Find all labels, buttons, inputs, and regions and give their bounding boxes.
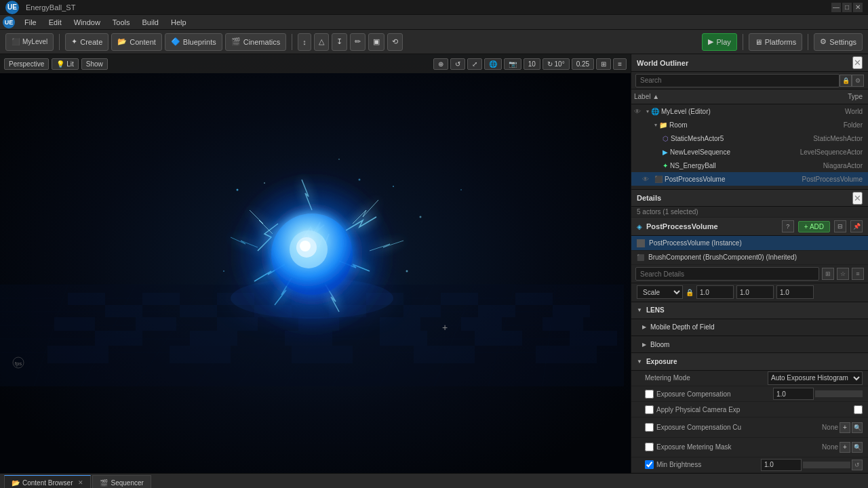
component-ppv-instance[interactable]: PostProcessVolume (Instance) bbox=[631, 236, 868, 250]
outliner-list[interactable]: 👁 ▾ 🌐 MyLevel (Editor) World 👁 ▾ 📁 Room … bbox=[631, 104, 868, 189]
scale-tool[interactable]: ↧ bbox=[332, 33, 347, 51]
content-browser-tab[interactable]: 📂 Content Browser ✕ bbox=[4, 475, 91, 489]
brush-tool[interactable]: ✏ bbox=[350, 33, 366, 51]
outliner-item-mylevel[interactable]: 👁 ▾ 🌐 MyLevel (Editor) World bbox=[631, 104, 868, 118]
menu-help[interactable]: Help bbox=[165, 17, 192, 28]
min-brightness-checkbox[interactable] bbox=[645, 460, 654, 469]
outliner-item-ppv[interactable]: 👁 ⬛ PostProcessVolume PostProcessVolume bbox=[631, 172, 868, 186]
exposure-comp-input[interactable] bbox=[773, 388, 814, 400]
eye-icon-6[interactable]: 👁 bbox=[642, 176, 653, 183]
vp-options[interactable]: ≡ bbox=[613, 58, 627, 70]
content-browser-tab-close[interactable]: ✕ bbox=[78, 479, 83, 486]
outliner-item-niagara[interactable]: 👁 ✦ NS_EnergyBall NiagaraActor bbox=[631, 159, 868, 172]
exp-curve-search[interactable]: 🔍 bbox=[852, 422, 863, 433]
play-button[interactable]: ▶ Play bbox=[702, 33, 736, 51]
exposure-section[interactable]: Exposure bbox=[631, 353, 868, 370]
move-tool[interactable]: ↕ bbox=[298, 33, 311, 51]
blueprints-button[interactable]: 🔷 Blueprints bbox=[165, 33, 222, 51]
vp-world[interactable]: 🌐 bbox=[484, 58, 502, 70]
menu-window[interactable]: Window bbox=[68, 17, 106, 28]
exposure-comp-checkbox[interactable] bbox=[645, 390, 654, 399]
vp-rotate[interactable]: ↺ bbox=[450, 58, 465, 70]
eye-icon-1[interactable]: 👁 bbox=[634, 108, 645, 115]
settings-button[interactable]: ⚙ Settings bbox=[814, 33, 863, 51]
show-button[interactable]: Show bbox=[81, 58, 108, 70]
expand-arrow-1[interactable]: ▾ bbox=[646, 108, 649, 115]
content-button[interactable]: 📂 Content bbox=[111, 33, 162, 51]
transform-z[interactable] bbox=[776, 285, 814, 299]
vp-grid[interactable]: ⊞ bbox=[596, 58, 611, 70]
eye-icon-7[interactable]: 👁 bbox=[642, 189, 653, 190]
outliner-filter[interactable]: ⚙ bbox=[852, 75, 864, 87]
create-button[interactable]: ✦ Create bbox=[65, 33, 108, 51]
details-close[interactable]: ✕ bbox=[852, 192, 863, 205]
window-controls[interactable]: — □ ✕ bbox=[831, 3, 863, 12]
sequencer-tab-button[interactable]: 🎬 Sequencer bbox=[92, 475, 151, 489]
lens-section[interactable]: LENS bbox=[631, 302, 868, 319]
level-name[interactable]: ⬛ MyLevel bbox=[5, 33, 54, 51]
menu-edit[interactable]: Edit bbox=[43, 17, 67, 28]
expand-arrow-2[interactable]: ▾ bbox=[654, 122, 657, 128]
vp-scale[interactable]: ⤢ bbox=[467, 58, 482, 70]
metering-mode-select[interactable]: Auto Exposure Histogram Auto Exposure Ba… bbox=[768, 371, 863, 385]
details-search[interactable] bbox=[635, 267, 819, 281]
details-grid-view[interactable]: ⊞ bbox=[822, 268, 834, 280]
vp-camera[interactable]: 📷 bbox=[504, 58, 521, 70]
vp-scale-val[interactable]: 0.25 bbox=[572, 58, 594, 70]
eye-icon-5[interactable]: 👁 bbox=[650, 162, 661, 169]
eye-icon-4[interactable]: 👁 bbox=[650, 148, 661, 156]
metering-mask-add[interactable]: + bbox=[840, 442, 850, 453]
exp-curve-value-group: None + 🔍 bbox=[822, 422, 863, 433]
vp-snap-size[interactable]: 10 bbox=[524, 58, 540, 70]
item-name-5: NS_EnergyBall bbox=[670, 162, 770, 169]
maximize-button[interactable]: □ bbox=[842, 3, 852, 12]
vp-angle[interactable]: ↻ 10° bbox=[542, 58, 570, 70]
exp-curve-checkbox[interactable] bbox=[645, 423, 654, 432]
menu-file[interactable]: File bbox=[19, 17, 42, 28]
outliner-item-static-mesh[interactable]: 👁 ⬡ StaticMeshActor5 StaticMeshActor bbox=[631, 131, 868, 145]
viewport[interactable]: Perspective 💡 Lit Show ⊕ ↺ ⤢ 🌐 📷 10 bbox=[0, 54, 631, 473]
snap-tool[interactable]: △ bbox=[314, 33, 329, 51]
outliner-search[interactable] bbox=[635, 74, 840, 87]
menu-tools[interactable]: Tools bbox=[107, 17, 136, 28]
lit-selector[interactable]: 💡 Lit bbox=[52, 58, 79, 70]
metering-mask-checkbox[interactable] bbox=[645, 443, 654, 451]
eye-icon-2[interactable]: 👁 bbox=[642, 121, 653, 129]
outliner-close[interactable]: ✕ bbox=[852, 56, 863, 69]
geo-tool[interactable]: ▣ bbox=[368, 33, 384, 51]
details-pin[interactable]: 📌 bbox=[850, 220, 863, 232]
cinematics-button[interactable]: 🎬 Cinematics bbox=[225, 33, 286, 51]
bloom-section[interactable]: Bloom bbox=[631, 336, 868, 353]
vp-translate[interactable]: ⊕ bbox=[433, 58, 448, 70]
spline-tool[interactable]: ⟲ bbox=[387, 33, 403, 51]
details-more[interactable]: ≡ bbox=[852, 268, 864, 280]
platforms-button[interactable]: 🖥 Platforms bbox=[749, 33, 802, 51]
details-help[interactable]: ? bbox=[782, 220, 794, 232]
close-button[interactable]: ✕ bbox=[853, 3, 863, 12]
transform-y[interactable] bbox=[736, 285, 774, 299]
outliner-lock[interactable]: 🔒 bbox=[840, 75, 852, 87]
metering-mask-search[interactable]: 🔍 bbox=[852, 442, 863, 453]
perspective-selector[interactable]: Perspective bbox=[4, 58, 49, 70]
eye-icon-3[interactable]: 👁 bbox=[650, 135, 661, 142]
mobile-dof-section[interactable]: Mobile Depth of Field bbox=[631, 319, 868, 336]
exp-curve-add[interactable]: + bbox=[840, 422, 850, 433]
menu-build[interactable]: Build bbox=[137, 17, 164, 28]
lens-label: LENS bbox=[646, 306, 665, 314]
min-brightness-input[interactable] bbox=[761, 459, 802, 471]
details-filter[interactable]: ☆ bbox=[837, 268, 849, 280]
component-brush[interactable]: ⬛ BrushComponent (BrushComponent0) (Inhe… bbox=[631, 251, 868, 265]
details-add-button[interactable]: + ADD bbox=[798, 221, 830, 232]
transform-mode-select[interactable]: Scale Location Rotation bbox=[637, 285, 683, 299]
svg-rect-20 bbox=[142, 293, 180, 305]
outliner-item-room[interactable]: 👁 ▾ 📁 Room Folder bbox=[631, 118, 868, 131]
outliner-item-sequence[interactable]: 👁 ▶ NewLevelSequence LevelSequenceActor bbox=[631, 145, 868, 159]
apply-physical-value[interactable] bbox=[854, 405, 863, 414]
minimize-button[interactable]: — bbox=[831, 3, 841, 12]
apply-physical-checkbox[interactable] bbox=[645, 405, 654, 414]
min-brightness-reset[interactable]: ↺ bbox=[852, 460, 863, 470]
bloom-label: Bloom bbox=[650, 341, 669, 348]
transform-x[interactable] bbox=[696, 285, 734, 299]
outliner-item-spotlight[interactable]: 👁 ✦ SpotLight SpotLight bbox=[631, 186, 868, 189]
details-layout[interactable]: ⊟ bbox=[834, 220, 846, 232]
